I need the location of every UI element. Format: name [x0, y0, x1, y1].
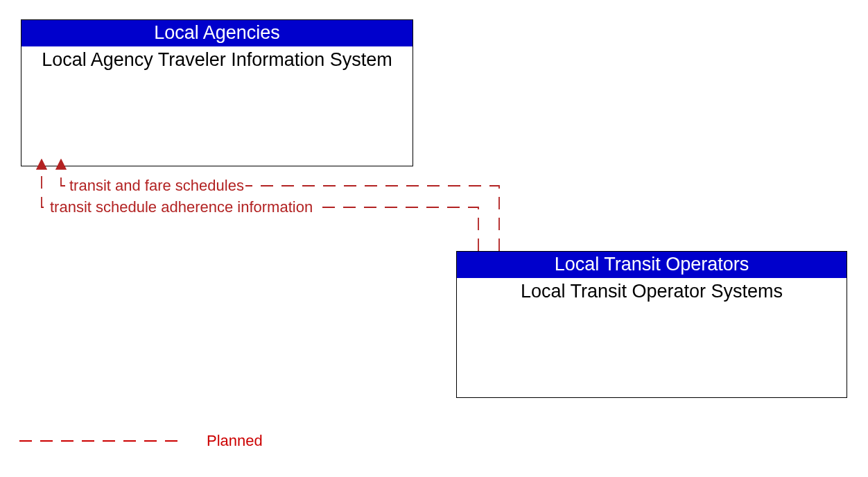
node-local-agencies-body: Local Agency Traveler Information System — [21, 46, 413, 71]
flow-label-transit-and-fare-schedules: transit and fare schedules — [68, 177, 245, 195]
node-local-transit-operators-body: Local Transit Operator Systems — [457, 278, 847, 302]
flow-label-transit-schedule-adherence: transit schedule adherence information — [49, 198, 314, 216]
node-local-agencies: Local Agencies Local Agency Traveler Inf… — [21, 19, 413, 166]
diagram-canvas: Local Agencies Local Agency Traveler Inf… — [0, 0, 868, 477]
node-local-transit-operators-header: Local Transit Operators — [457, 252, 847, 278]
node-local-transit-operators: Local Transit Operators Local Transit Op… — [456, 251, 847, 398]
legend-label-planned: Planned — [207, 432, 263, 450]
node-local-agencies-header: Local Agencies — [21, 20, 413, 46]
